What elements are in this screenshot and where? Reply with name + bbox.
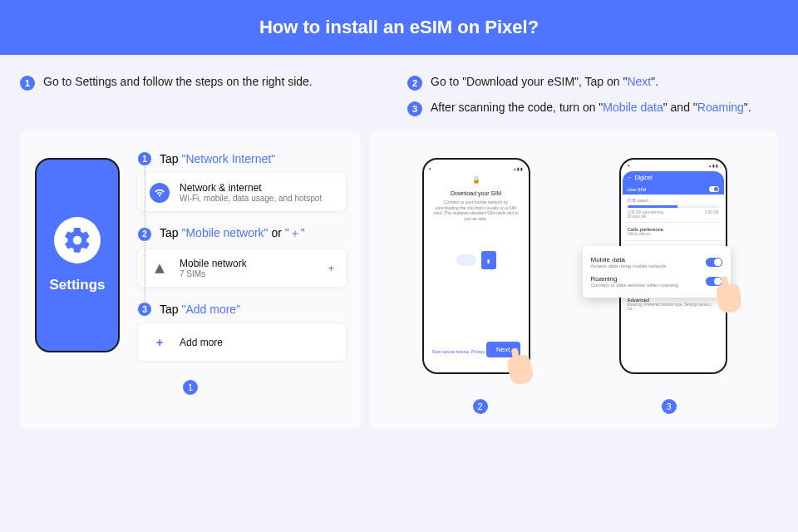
panel-badge-3: 3 bbox=[662, 399, 677, 414]
steps-column: 1 Tap "Network Internet" Network & inter… bbox=[138, 151, 346, 361]
plus-icon: + bbox=[150, 332, 170, 352]
download-subtitle: Connect to your mobile network by downlo… bbox=[429, 200, 524, 221]
use-sim-row[interactable]: Use SIM bbox=[623, 184, 724, 195]
mobile-data-row[interactable]: Mobile data Access data using mobile net… bbox=[591, 253, 722, 272]
card-subtitle: Wi-Fi, mobile, data usage, and hotspot bbox=[180, 194, 322, 203]
settings-phone: Settings bbox=[35, 158, 120, 352]
network-internet-card[interactable]: Network & internet Wi-Fi, mobile, data u… bbox=[138, 174, 346, 211]
calls-preference-row[interactable]: Calls preference China Unicom bbox=[624, 223, 722, 241]
intro-row: 1 Go to Settings and follow the steps on… bbox=[0, 55, 798, 126]
bullet-number: 2 bbox=[407, 76, 422, 91]
cloud-icon bbox=[456, 254, 476, 266]
step-3: 3 Tap "Add more" + Add more bbox=[138, 302, 346, 361]
sim-illustration: ▮ bbox=[429, 251, 524, 269]
step-2: 2 Tap "Mobile network" or "＋" Mobile net… bbox=[138, 226, 346, 287]
intro-left: 1 Go to Settings and follow the steps on… bbox=[20, 75, 391, 126]
highlight-roaming: Roaming bbox=[697, 101, 744, 114]
panels-row: Settings 1 Tap "Network Internet" Networ… bbox=[0, 126, 798, 449]
carrier-header: ← Digicel bbox=[623, 171, 724, 184]
card-title: Mobile network bbox=[180, 258, 247, 269]
intro-bullet-1: 1 Go to Settings and follow the steps on… bbox=[20, 75, 391, 91]
hand-pointer-icon bbox=[505, 353, 534, 386]
card-title: Add more bbox=[180, 337, 223, 348]
intro-bullet-3: 3 After scanning the code, turn on "Mobi… bbox=[407, 101, 778, 116]
status-bar: ▾▴ ▮ ▮ bbox=[624, 163, 722, 168]
panel-badge-1: 1 bbox=[183, 380, 198, 395]
step-number: 1 bbox=[138, 152, 151, 165]
panel-badge-2: 2 bbox=[473, 399, 488, 414]
roaming-row[interactable]: Roaming Connect to data services when ro… bbox=[591, 272, 722, 291]
status-bar: ▾▴ ▮ ▮ bbox=[429, 166, 524, 171]
bullet-number: 1 bbox=[20, 76, 35, 91]
page-title: How to install an eSIM on Pixel? bbox=[259, 17, 539, 38]
gear-icon bbox=[54, 217, 101, 264]
card-title: Network & internet bbox=[180, 182, 322, 194]
settings-label: Settings bbox=[49, 277, 105, 293]
mobile-network-card[interactable]: Mobile network 7 SIMs + bbox=[138, 249, 346, 287]
toggle-icon[interactable] bbox=[709, 186, 719, 192]
add-more-card[interactable]: + Add more bbox=[138, 324, 346, 361]
wifi-icon bbox=[150, 183, 170, 203]
toggles-popup: Mobile data Access data using mobile net… bbox=[583, 246, 731, 298]
signal-icon bbox=[150, 259, 170, 278]
intro-right: 2 Go to "Download your eSIM", Tap on "Ne… bbox=[407, 75, 778, 126]
toggle-on-icon[interactable] bbox=[706, 277, 722, 286]
step-connector bbox=[145, 166, 145, 311]
panel-left: Settings 1 Tap "Network Internet" Networ… bbox=[20, 131, 361, 429]
lock-icon: 🔒 bbox=[429, 176, 524, 184]
plus-icon[interactable]: + bbox=[328, 263, 334, 274]
bullet-text: Go to "Download your eSIM", Tap on "Next… bbox=[431, 75, 658, 88]
bullet-text: Go to Settings and follow the steps on t… bbox=[43, 75, 313, 88]
download-sim-phone: ▾▴ ▮ ▮ 🔒 Download your SIM Connect to yo… bbox=[422, 158, 530, 374]
bullet-text: After scanning the code, turn on "Mobile… bbox=[431, 101, 751, 114]
toggle-on-icon[interactable] bbox=[706, 258, 722, 267]
intro-bullet-2: 2 Go to "Download your eSIM", Tap on "Ne… bbox=[407, 75, 778, 91]
learn-link[interactable]: Scan secure license. Privacy path bbox=[432, 349, 495, 354]
sim-icon: ▮ bbox=[481, 251, 496, 269]
bullet-number: 3 bbox=[407, 101, 422, 116]
step-1: 1 Tap "Network Internet" Network & inter… bbox=[138, 151, 346, 211]
data-usage-section: O B used 2.00 GB data warning2.00 GB 30 … bbox=[624, 195, 722, 223]
download-title: Download your SIM bbox=[429, 190, 524, 196]
highlight-next: Next bbox=[627, 75, 651, 88]
panel-right: ▾▴ ▮ ▮ 🔒 Download your SIM Connect to yo… bbox=[371, 131, 778, 429]
header: How to install an eSIM on Pixel? bbox=[0, 0, 798, 55]
highlight-mobile-data: Mobile data bbox=[603, 101, 663, 114]
card-subtitle: 7 SIMs bbox=[180, 269, 247, 278]
